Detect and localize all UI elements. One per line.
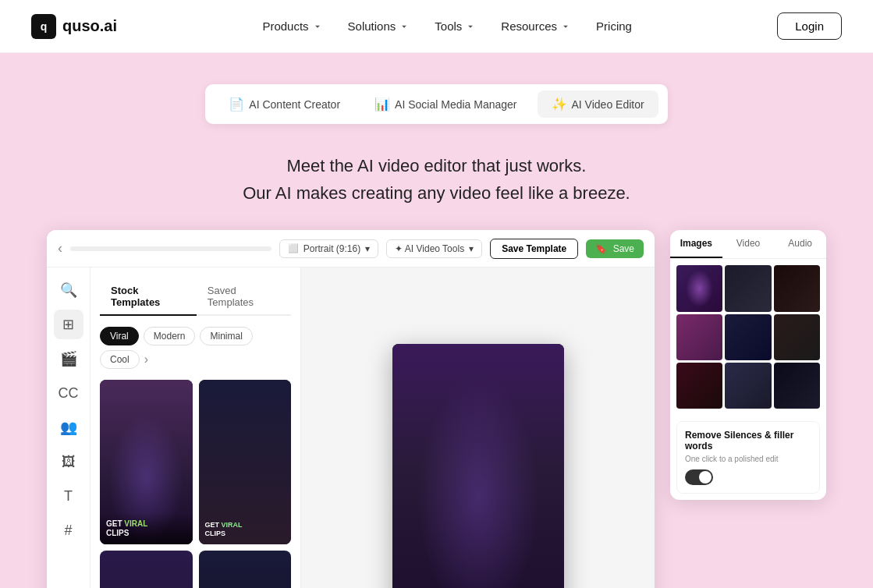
preview-area: GET VIRAL CLIPS	[301, 267, 655, 588]
aspect-ratio-selector[interactable]: ⬜ Portrait (9:16) ▾	[279, 239, 378, 258]
sidebar-search-icon[interactable]: 🔍	[54, 275, 83, 305]
toggle-knob	[699, 471, 712, 484]
navbar: q quso.ai Products Solutions Tools Resou…	[0, 0, 873, 53]
templates-panel: Stock Templates Saved Templates Viral Mo…	[90, 267, 301, 588]
editor-body: 🔍 ⊞ 🎬 CC 👥 🖼 T # Stock Templates Saved T…	[47, 267, 655, 588]
hero-section: 📄 AI Content Creator 📊 AI Social Media M…	[0, 53, 873, 588]
ai-video-tools-button[interactable]: ✦ AI Video Tools ▾	[386, 239, 482, 258]
editor-main: ‹ ⬜ Portrait (9:16) ▾ ✦ AI Video Tools ▾…	[47, 230, 655, 588]
template-thumb-4[interactable]	[199, 551, 292, 588]
tab-ai-video-editor[interactable]: ✨ AI Video Editor	[538, 90, 658, 118]
filter-minimal[interactable]: Minimal	[200, 327, 252, 345]
content-creator-icon: 📄	[229, 97, 244, 112]
template-thumb-1[interactable]: GET VIRALCLIPS	[100, 380, 193, 544]
media-thumb-2[interactable]	[725, 265, 771, 311]
preview-video: GET VIRAL CLIPS	[392, 344, 564, 588]
social-media-icon: 📊	[374, 97, 390, 112]
logo-text: quso.ai	[62, 17, 117, 35]
filter-arrow-icon[interactable]: ›	[144, 352, 148, 367]
template-filters: Viral Modern Minimal Cool ›	[100, 327, 291, 369]
sidebar-image-icon[interactable]: 🖼	[54, 447, 83, 476]
logo[interactable]: q quso.ai	[31, 14, 117, 39]
hero-heading: Meet the AI video editor that just works…	[243, 152, 630, 207]
rp-tab-images[interactable]: Images	[670, 230, 722, 258]
media-thumb-9[interactable]	[774, 363, 820, 409]
right-panel-tabs: Images Video Audio	[670, 230, 826, 259]
save-button[interactable]: 🔖 Save	[586, 239, 644, 258]
media-thumb-7[interactable]	[676, 363, 722, 409]
save-template-button[interactable]: Save Template	[490, 239, 578, 259]
nav-products[interactable]: Products	[262, 19, 322, 33]
video-editor-icon: ✨	[552, 97, 567, 112]
template-thumb-3[interactable]	[100, 551, 193, 588]
nav-resources[interactable]: Resources	[501, 19, 571, 33]
logo-box: q	[31, 14, 56, 39]
nav-links: Products Solutions Tools Resources Prici…	[262, 19, 632, 33]
filter-modern[interactable]: Modern	[144, 327, 196, 345]
aspect-chevron-icon: ▾	[365, 243, 370, 254]
tools-chevron-icon: ▾	[469, 243, 474, 254]
sidebar-video-icon[interactable]: 🎬	[54, 344, 83, 374]
logo-icon: q	[41, 20, 48, 33]
silence-title: Remove Silences & filler words	[685, 430, 811, 452]
editor-sidebar: 🔍 ⊞ 🎬 CC 👥 🖼 T #	[47, 267, 90, 588]
silence-toggle	[685, 469, 811, 485]
tab-stock-templates[interactable]: Stock Templates	[100, 278, 197, 316]
silence-remover: Remove Silences & filler words One click…	[676, 421, 820, 494]
editor-wrapper: ‹ ⬜ Portrait (9:16) ▾ ✦ AI Video Tools ▾…	[16, 230, 857, 588]
sidebar-captions-icon[interactable]: CC	[54, 378, 83, 408]
sidebar-hashtag-icon[interactable]: #	[54, 515, 83, 545]
rp-tab-audio[interactable]: Audio	[774, 230, 826, 258]
tab-ai-social-media[interactable]: 📊 AI Social Media Manager	[360, 90, 531, 118]
media-thumb-6[interactable]	[774, 314, 820, 360]
media-grid	[670, 259, 826, 415]
sidebar-text-icon[interactable]: T	[54, 481, 83, 511]
media-thumb-4[interactable]	[676, 314, 722, 360]
template-grid: GET VIRALCLIPS GET VIRALCLIPS	[100, 380, 291, 588]
filter-viral[interactable]: Viral	[100, 327, 139, 345]
login-button[interactable]: Login	[777, 12, 842, 40]
right-panel: Images Video Audio	[670, 230, 826, 500]
media-thumb-1[interactable]	[676, 265, 722, 311]
nav-pricing[interactable]: Pricing	[596, 19, 632, 33]
media-thumb-8[interactable]	[725, 363, 771, 409]
progress-bar	[70, 246, 271, 251]
sidebar-templates-icon[interactable]: ⊞	[54, 310, 83, 339]
media-thumb-3[interactable]	[774, 265, 820, 311]
template-thumb-2[interactable]: GET VIRALCLIPS	[199, 380, 292, 544]
silence-subtitle: One click to a polished edit	[685, 455, 811, 463]
rp-tab-video[interactable]: Video	[722, 230, 775, 258]
nav-solutions[interactable]: Solutions	[348, 19, 410, 33]
filter-cool[interactable]: Cool	[100, 350, 140, 369]
back-button[interactable]: ‹	[58, 240, 62, 257]
tab-ai-content-creator[interactable]: 📄 AI Content Creator	[215, 90, 354, 118]
media-thumb-5[interactable]	[725, 314, 771, 360]
nav-tools[interactable]: Tools	[435, 19, 476, 33]
editor-top-bar: ‹ ⬜ Portrait (9:16) ▾ ✦ AI Video Tools ▾…	[47, 230, 655, 267]
hero-tabs: 📄 AI Content Creator 📊 AI Social Media M…	[205, 84, 667, 124]
toggle-switch[interactable]	[685, 469, 713, 485]
sidebar-people-icon[interactable]: 👥	[54, 413, 83, 442]
tab-saved-templates[interactable]: Saved Templates	[197, 278, 291, 314]
templates-tabs: Stock Templates Saved Templates	[100, 278, 291, 316]
